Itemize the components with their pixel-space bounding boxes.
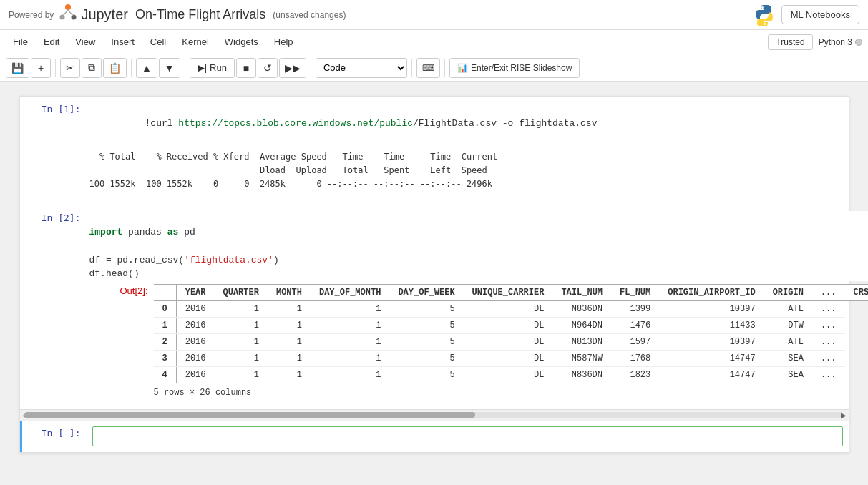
- row-2-fl: 1597: [611, 333, 659, 350]
- row-4-ellipsis: ...: [812, 366, 845, 383]
- row-3-fl: 1768: [611, 350, 659, 366]
- cell-1-label-text: In [1]:: [42, 104, 81, 114]
- header-right: ML Notebooks: [753, 4, 859, 26]
- run-label: Run: [210, 62, 227, 73]
- scroll-thumb[interactable]: [24, 412, 475, 418]
- notebook-title[interactable]: On-Time Flight Arrivals: [135, 7, 265, 22]
- row-1-oid: 11433: [659, 317, 764, 333]
- df-col-index: [154, 284, 177, 300]
- row-3-tail: N587NW: [552, 350, 611, 366]
- toolbar-separator-4: [311, 59, 311, 77]
- df-col-month: MONTH: [268, 284, 311, 300]
- cell-1-code[interactable]: !curl https://topcs.blob.core.windows.ne…: [89, 102, 846, 144]
- cell-2-label-text: In [2]:: [42, 212, 81, 223]
- cell-2-output: Out[2]: YEAR QUARTER: [89, 281, 869, 403]
- menu-insert[interactable]: Insert: [104, 34, 142, 50]
- cut-button[interactable]: ✂: [60, 58, 80, 78]
- df-summary: 5 rows × 26 columns: [154, 388, 869, 398]
- row-4-fl: 1823: [611, 366, 659, 383]
- rise-slideshow-button[interactable]: 📊 Enter/Exit RISE Slideshow: [449, 58, 580, 78]
- row-3-year: 2016: [176, 350, 214, 366]
- add-cell-button[interactable]: +: [31, 58, 51, 78]
- row-4-q: 1: [215, 366, 268, 383]
- cell-2-label: In [2]:: [22, 205, 87, 409]
- svg-point-1: [60, 14, 65, 19]
- row-3-oid: 14747: [659, 350, 764, 366]
- row-3-idx: 3: [154, 350, 177, 366]
- copy-button[interactable]: ⧉: [82, 58, 102, 78]
- cell-1-label: In [1]:: [22, 97, 87, 205]
- cell-3-input[interactable]: [92, 426, 843, 446]
- download-output: % Total % Received % Xferd Average Speed…: [89, 147, 846, 195]
- menu-help[interactable]: Help: [267, 34, 301, 50]
- row-2-carrier: DL: [464, 333, 553, 350]
- row-4-carrier: DL: [464, 366, 553, 383]
- menu-kernel[interactable]: Kernel: [175, 34, 216, 50]
- keyboard-shortcuts-button[interactable]: ⌨: [416, 58, 440, 78]
- row-3-origin: SEA: [764, 350, 812, 366]
- run-button[interactable]: ▶| Run: [190, 58, 235, 78]
- df-table-wrapper[interactable]: YEAR QUARTER MONTH DAY_OF_MONTH DAY_OF_W…: [154, 284, 869, 383]
- menu-widgets[interactable]: Widgets: [218, 34, 265, 50]
- cell-2-content: import pandas as pd df = pd.read_csv('fl…: [87, 205, 869, 409]
- row-3-dom: 1: [311, 350, 389, 366]
- row-3-ellipsis: ...: [812, 350, 845, 366]
- ml-notebooks-button[interactable]: ML Notebooks: [781, 5, 859, 24]
- dataframe-output: YEAR QUARTER MONTH DAY_OF_MONTH DAY_OF_W…: [154, 284, 869, 398]
- toolbar-separator-5: [411, 59, 412, 77]
- kernel-info: Python 3: [819, 37, 862, 47]
- row-1-fl: 1476: [611, 317, 659, 333]
- row-0-idx: 0: [154, 300, 177, 317]
- menu-cell[interactable]: Cell: [143, 34, 173, 50]
- trusted-button[interactable]: Trusted: [768, 34, 812, 50]
- row-1-dom: 1: [311, 317, 389, 333]
- restart-run-button[interactable]: ▶▶: [279, 58, 306, 78]
- menu-view[interactable]: View: [68, 34, 102, 50]
- out-label-2: Out[2]:: [89, 284, 154, 296]
- cell-type-select[interactable]: Code Markdown Raw NBConvert Heading: [316, 58, 407, 78]
- menu-file[interactable]: File: [6, 34, 35, 50]
- row-3-q: 1: [215, 350, 268, 366]
- row-4-tail: N836DN: [552, 366, 611, 383]
- horizontal-scrollbar[interactable]: ◀ ▶: [20, 409, 849, 421]
- df-col-carrier: UNIQUE_CARRIER: [464, 284, 553, 300]
- row-3-dow: 5: [389, 350, 463, 366]
- df-col-tail: TAIL_NUM: [552, 284, 611, 300]
- row-1-carrier: DL: [464, 317, 553, 333]
- save-button[interactable]: 💾: [6, 58, 29, 78]
- toolbar-separator-1: [55, 59, 56, 77]
- row-1-dow: 5: [389, 317, 463, 333]
- rise-label: Enter/Exit RISE Slideshow: [471, 63, 572, 73]
- df-col-origin: ORIGIN: [764, 284, 812, 300]
- menubar-right: Trusted Python 3: [768, 34, 862, 50]
- row-0-fl: 1399: [611, 300, 659, 317]
- cell-3-label-text: In [ ]:: [42, 428, 81, 439]
- cell-3: In [ ]:: [20, 421, 849, 452]
- output-2-wrapper: Out[2]: YEAR QUARTER: [89, 284, 869, 398]
- row-3-carrier: DL: [464, 350, 553, 366]
- menu-edit[interactable]: Edit: [36, 34, 67, 50]
- row-1-idx: 1: [154, 317, 177, 333]
- menu-items: File Edit View Insert Cell Kernel Widget…: [6, 34, 768, 50]
- kernel-name-label: Python 3: [819, 37, 852, 47]
- paste-button[interactable]: 📋: [103, 58, 127, 78]
- row-4-origin: SEA: [764, 366, 812, 383]
- scroll-track[interactable]: [24, 412, 844, 418]
- python-logo-icon: [753, 4, 776, 26]
- restart-button[interactable]: ↺: [258, 58, 278, 78]
- cell-3-label: In [ ]:: [22, 421, 87, 452]
- df-col-flnum: FL_NUM: [611, 284, 659, 300]
- cell-1-content: !curl https://topcs.blob.core.windows.ne…: [87, 97, 849, 205]
- interrupt-button[interactable]: ■: [236, 58, 256, 78]
- move-down-button[interactable]: ▼: [159, 58, 180, 78]
- df-col-dom: DAY_OF_MONTH: [311, 284, 389, 300]
- row-1-ellipsis: ...: [812, 317, 845, 333]
- row-0-origin: ATL: [764, 300, 812, 317]
- move-up-button[interactable]: ▲: [136, 58, 157, 78]
- row-2-year: 2016: [176, 333, 214, 350]
- cell-2-code[interactable]: import pandas as pd df = pd.read_csv('fl…: [89, 211, 869, 281]
- df-col-ellipsis: ...: [812, 284, 845, 300]
- cell-2: In [2]: import pandas as pd df = pd.read…: [20, 205, 849, 409]
- scroll-right-arrow[interactable]: ▶: [839, 411, 849, 419]
- row-2-origin: ATL: [764, 333, 812, 350]
